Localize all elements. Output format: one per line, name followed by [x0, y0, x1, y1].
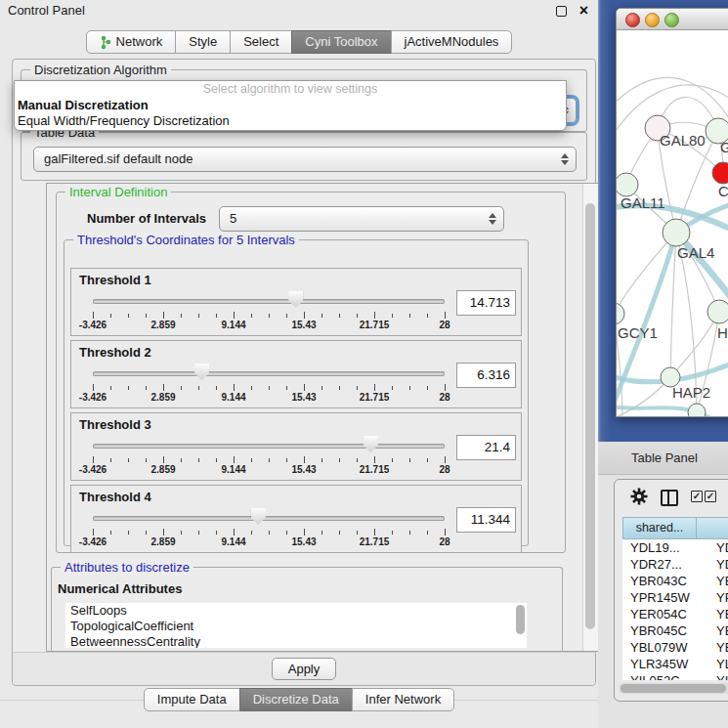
split-view-icon[interactable] [661, 490, 678, 506]
table-row[interactable]: YBL079WYBL0 [622, 639, 728, 656]
network-node-gcy1[interactable] [617, 303, 624, 324]
network-node-label: GAL4 [677, 244, 714, 261]
threshold-slider-track[interactable] [93, 371, 445, 376]
table-row[interactable]: YDL19...YDL1 [622, 539, 728, 556]
tab-label: Cyni Toolbox [305, 31, 377, 53]
table-row[interactable]: YIL052CYIL0 [622, 672, 728, 680]
slider-tick [286, 458, 287, 462]
algorithm-option-equal-width-frequency-discretization[interactable]: Equal Width/Frequency Discretization [15, 113, 566, 129]
network-edge [617, 233, 676, 314]
threshold-slider-thumb[interactable] [251, 508, 266, 525]
mode-tab-impute-data[interactable]: Impute Data [144, 688, 240, 711]
cell-name: YBR0 [703, 573, 728, 589]
threshold-slider-track[interactable] [93, 516, 445, 521]
slider-tick [251, 314, 252, 318]
slider-tick-label: 21.715 [360, 536, 390, 547]
network-node[interactable] [688, 404, 706, 416]
close-icon[interactable]: × [579, 0, 588, 21]
threshold-label: Threshold 2 [79, 345, 151, 360]
slider-tick-label: 28 [439, 392, 450, 403]
threshold-slider-thumb[interactable] [288, 291, 303, 308]
attribute-item-betweennesscentrality[interactable]: BetweennessCentrality [65, 634, 527, 648]
threshold-slider-thumb[interactable] [194, 364, 209, 380]
threshold-slider-track[interactable] [93, 444, 445, 449]
threshold-label: Threshold 1 [79, 273, 151, 287]
slider-tick [445, 456, 446, 463]
threshold-slider-track[interactable] [93, 299, 445, 304]
minimize-traffic-light-icon[interactable] [645, 13, 660, 27]
table-data-select[interactable]: galFiltered.sif default node [33, 147, 577, 172]
slider-tick-label: -3.426 [79, 536, 107, 547]
list-scrollbar[interactable] [516, 605, 525, 634]
settings-vertical-scrollbar[interactable] [582, 184, 598, 651]
threshold-value-field[interactable]: 6.316 [456, 363, 516, 388]
column-header-shared-name[interactable]: shared... [622, 517, 697, 539]
table-row[interactable]: YDR27...YDR2 [622, 556, 728, 573]
column-header-name[interactable]: na... [696, 517, 728, 539]
slider-tick [321, 531, 322, 535]
slider-tick-label: 28 [439, 320, 450, 330]
slider-tick [409, 531, 410, 535]
tab-style[interactable]: Style [175, 30, 231, 54]
threshold-value-field[interactable]: 21.4 [456, 435, 516, 460]
slider-tick [304, 456, 305, 463]
table-row[interactable]: YBR043CYBR0 [622, 573, 728, 589]
algorithm-popup-hint: Select algorithm to view settings [15, 81, 566, 98]
slider-tick [374, 529, 375, 535]
tab-select[interactable]: Select [230, 30, 292, 54]
slider-tick [163, 384, 164, 391]
float-window-icon[interactable] [556, 6, 567, 17]
tab-network[interactable]: Network [86, 30, 177, 54]
threshold-value-field[interactable]: 14.713 [456, 290, 516, 316]
network-node-gal4[interactable] [663, 219, 690, 246]
network-canvas[interactable]: GAL80GACGAL11GAL4GCY1HHAP2 [617, 30, 728, 416]
tab-jactivemnodules[interactable]: jActiveMNodules [391, 30, 513, 54]
cell-shared-name: YBL079W [622, 639, 703, 656]
slider-tick [357, 314, 358, 318]
zoom-traffic-light-icon[interactable] [664, 13, 679, 27]
threshold-slider-thumb[interactable] [364, 436, 378, 452]
table-panel-window: ✓ ✓ shared... na... YDL19...YDL1YDR27...… [614, 479, 728, 702]
slider-tick [392, 531, 393, 535]
mode-tab-discretize-data[interactable]: Discretize Data [239, 688, 353, 711]
slider-tick [146, 386, 147, 390]
table-row[interactable]: YLR345WYLR3 [622, 656, 728, 672]
mode-tab-infer-network[interactable]: Infer Network [352, 688, 454, 711]
cell-name: YBL0 [703, 639, 728, 656]
gear-icon[interactable] [630, 488, 648, 509]
threshold-value-field[interactable]: 11.344 [456, 507, 516, 533]
slider-tick-label: 2.859 [150, 320, 175, 330]
slider-tick [445, 529, 446, 535]
network-node-label: GAL11 [621, 194, 665, 211]
slider-tick [374, 384, 375, 391]
table-row[interactable]: YBR045CYBR0 [622, 622, 728, 639]
checkbox-icon[interactable]: ✓ [691, 491, 703, 502]
network-node-h[interactable] [707, 300, 728, 323]
scrollbar-thumb[interactable] [585, 203, 595, 629]
number-of-intervals-spinner[interactable]: 5 [219, 206, 504, 232]
tab-cyni-toolbox[interactable]: Cyni Toolbox [291, 30, 391, 54]
algorithm-option-manual-discretization[interactable]: Manual Discretization [15, 98, 566, 113]
slider-tick [339, 386, 340, 390]
network-window-titlebar [617, 9, 728, 30]
table-row[interactable]: YPR145WYPR1 [622, 589, 728, 606]
slider-tick [286, 314, 287, 318]
numerical-attributes-list[interactable]: SelfLoopsTopologicalCoefficientBetweenne… [65, 603, 527, 648]
checkbox-icon[interactable]: ✓ [705, 491, 716, 502]
attribute-item-selfloops[interactable]: SelfLoops [65, 603, 527, 619]
group-title-attributes: Attributes to discretize [61, 560, 193, 575]
table-horizontal-scrollbar[interactable] [619, 683, 728, 694]
table-body[interactable]: YDL19...YDL1YDR27...YDR2YBR043CYBR0YPR14… [622, 539, 728, 680]
cell-name: YPR1 [703, 589, 728, 606]
slider-tick [286, 531, 287, 535]
apply-button[interactable]: Apply [272, 658, 337, 680]
slider-tick [251, 386, 252, 390]
network-node-gal11[interactable] [617, 173, 638, 196]
slider-tick [234, 384, 235, 391]
slider-tick [251, 458, 252, 462]
slider-tick-label: 15.43 [291, 464, 316, 475]
scrollbar-thumb[interactable] [621, 684, 726, 693]
attribute-item-topologicalcoefficient[interactable]: TopologicalCoefficient [65, 619, 527, 634]
table-row[interactable]: YER054CYER0 [622, 606, 728, 622]
close-traffic-light-icon[interactable] [625, 13, 640, 27]
